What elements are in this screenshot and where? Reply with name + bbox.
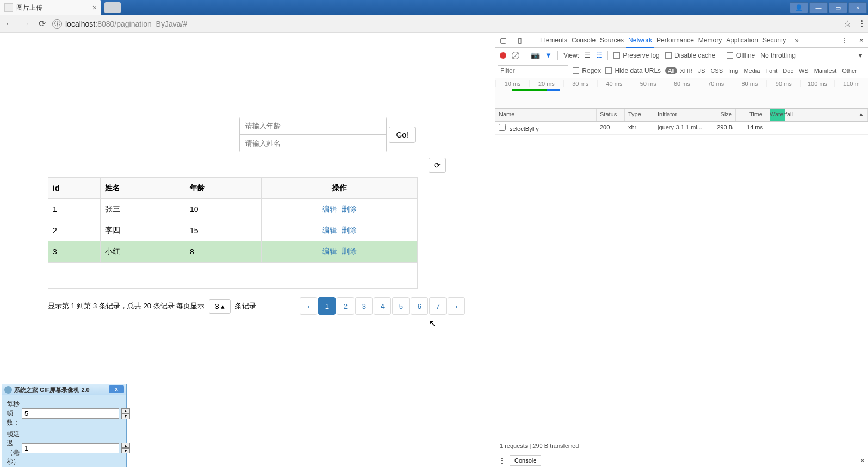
- disable-cache-checkbox[interactable]: Disable cache: [665, 52, 716, 59]
- bookmark-icon[interactable]: ☆: [844, 18, 851, 29]
- record-button[interactable]: [500, 52, 506, 59]
- popup-titlebar[interactable]: 系统之家 GIF屏幕录像机 2.0 x: [2, 384, 126, 395]
- page-button[interactable]: ›: [448, 297, 465, 315]
- type-filter[interactable]: CSS: [708, 67, 726, 74]
- new-tab-button[interactable]: [104, 2, 121, 13]
- hide-urls-checkbox[interactable]: Hide data URLs: [605, 67, 661, 74]
- col-initiator[interactable]: Initiator: [654, 109, 705, 121]
- devtools-tab[interactable]: Application: [724, 33, 760, 47]
- browser-tab[interactable]: 图片上传 ×: [0, 0, 101, 15]
- devtools-tab[interactable]: Network: [626, 33, 654, 48]
- page-size-select[interactable]: 3 ▴: [209, 299, 231, 314]
- inspect-icon[interactable]: ▢: [498, 36, 509, 45]
- edit-link[interactable]: 编辑: [322, 247, 337, 256]
- fps-up[interactable]: ▲: [121, 408, 130, 414]
- popup-close-button[interactable]: x: [109, 385, 124, 393]
- network-timeline[interactable]: 10 ms20 ms30 ms40 ms50 ms60 ms70 ms80 ms…: [495, 78, 868, 109]
- window-close-button[interactable]: ×: [848, 2, 867, 13]
- col-type[interactable]: Type: [625, 109, 654, 121]
- drawer-menu-icon[interactable]: ⋮: [499, 457, 505, 464]
- age-input[interactable]: [240, 117, 386, 135]
- browser-menu-icon[interactable]: [859, 18, 865, 29]
- devtools-tab[interactable]: Performance: [654, 33, 696, 47]
- type-filter[interactable]: Doc: [780, 67, 796, 74]
- col-status[interactable]: Status: [597, 109, 625, 121]
- page-button[interactable]: 3: [355, 297, 373, 315]
- col-size[interactable]: Size: [705, 109, 736, 121]
- window-titlebar: 图片上传 × 👤 — ▭ ×: [0, 0, 868, 15]
- page-button[interactable]: 4: [374, 297, 391, 315]
- type-filter[interactable]: Media: [741, 67, 762, 74]
- drawer-close-button[interactable]: ×: [860, 456, 865, 465]
- type-filter[interactable]: WS: [796, 67, 811, 74]
- screenshot-icon[interactable]: 📷: [531, 51, 540, 59]
- request-row[interactable]: selectByFy200xhrjquery-3.1.1.mi...290 B1…: [495, 122, 868, 135]
- page-button[interactable]: 2: [337, 297, 354, 315]
- type-filter[interactable]: Other: [839, 67, 860, 74]
- filter-toggle-icon[interactable]: ▼: [545, 51, 552, 59]
- regex-checkbox[interactable]: Regex: [573, 67, 601, 74]
- close-tab-icon[interactable]: ×: [92, 3, 97, 12]
- drawer-console-tab[interactable]: Console: [510, 455, 541, 466]
- type-filter[interactable]: Img: [726, 67, 741, 74]
- type-filter[interactable]: Font: [762, 67, 780, 74]
- delay-down[interactable]: ▼: [121, 448, 130, 453]
- reload-button[interactable]: ⟳: [36, 18, 48, 30]
- clear-button[interactable]: [512, 52, 519, 59]
- page-button[interactable]: ‹: [300, 297, 317, 315]
- edit-link[interactable]: 编辑: [322, 204, 337, 213]
- delay-up[interactable]: ▲: [121, 443, 130, 448]
- delete-link[interactable]: 删除: [342, 226, 357, 234]
- gif-recorder-window[interactable]: 系统之家 GIF屏幕录像机 2.0 x 每秒帧数： ▲▼ 帧延迟（毫秒） ▲▼ …: [2, 384, 127, 467]
- devtools-menu-icon[interactable]: ⋮: [839, 36, 851, 45]
- type-filter[interactable]: XHR: [677, 67, 695, 74]
- name-input[interactable]: [240, 135, 386, 152]
- view-tree-icon[interactable]: ☷: [596, 52, 602, 59]
- window-minimize-button[interactable]: —: [809, 2, 828, 13]
- favicon-icon: [4, 3, 13, 12]
- url-display[interactable]: ⓘ localhost:8080/pagination_ByJava/#: [52, 19, 839, 29]
- refresh-button[interactable]: ⟳: [429, 158, 446, 173]
- throttling-dropdown-icon[interactable]: ▼: [857, 52, 864, 59]
- devtools-tab[interactable]: Console: [569, 33, 598, 47]
- page-button[interactable]: 1: [318, 297, 336, 315]
- filter-input[interactable]: [498, 65, 568, 76]
- page-button[interactable]: 5: [392, 297, 410, 315]
- device-icon[interactable]: ▯: [516, 36, 524, 45]
- type-filter[interactable]: JS: [696, 67, 708, 74]
- view-list-icon[interactable]: ☰: [585, 52, 591, 59]
- type-filter[interactable]: All: [665, 67, 677, 74]
- delete-link[interactable]: 删除: [342, 247, 357, 256]
- devtools-tab[interactable]: Elements: [538, 33, 569, 47]
- preserve-log-checkbox[interactable]: Preserve log: [613, 52, 660, 59]
- offline-checkbox[interactable]: Offline: [727, 52, 755, 59]
- delete-link[interactable]: 删除: [342, 204, 357, 213]
- window-maximize-button[interactable]: ▭: [829, 2, 847, 13]
- edit-link[interactable]: 编辑: [322, 226, 337, 234]
- window-user-icon[interactable]: 👤: [790, 2, 808, 13]
- col-waterfall[interactable]: Waterfall▲: [766, 109, 868, 121]
- devtools-close-button[interactable]: ×: [857, 36, 866, 45]
- fps-down[interactable]: ▼: [121, 414, 130, 419]
- table-row[interactable]: 3小红8编辑 删除: [48, 241, 418, 263]
- go-button[interactable]: Go!: [389, 127, 416, 143]
- fps-input[interactable]: [22, 408, 119, 419]
- site-info-icon[interactable]: ⓘ: [52, 19, 62, 29]
- page-button[interactable]: 7: [429, 297, 447, 315]
- type-filter[interactable]: Manifest: [811, 67, 840, 74]
- devtools-tab[interactable]: Memory: [696, 33, 724, 47]
- table-row[interactable]: 2李四15编辑 删除: [48, 220, 418, 241]
- delay-input[interactable]: [22, 443, 119, 453]
- more-tabs-icon[interactable]: »: [795, 36, 799, 45]
- back-button[interactable]: ←: [3, 18, 15, 30]
- page-button[interactable]: 6: [411, 297, 428, 315]
- devtools-drawer: ⋮ Console ×: [495, 453, 868, 467]
- table-row[interactable]: 1张三10编辑 删除: [48, 199, 418, 220]
- throttling-select[interactable]: No throttling: [760, 52, 796, 59]
- cursor-icon: ↖: [429, 317, 437, 329]
- forward-button[interactable]: →: [20, 18, 32, 30]
- devtools-tab[interactable]: Sources: [598, 33, 626, 47]
- devtools-tab[interactable]: Security: [760, 33, 788, 47]
- col-time[interactable]: Time: [736, 109, 766, 121]
- col-name[interactable]: Name: [495, 109, 597, 121]
